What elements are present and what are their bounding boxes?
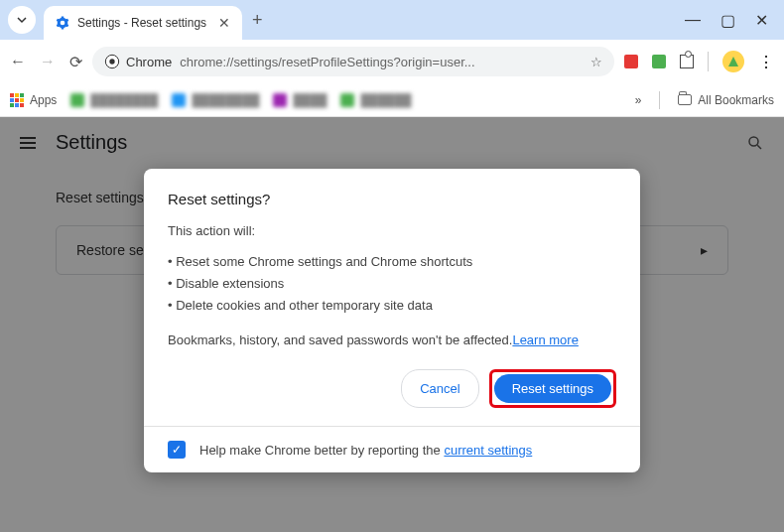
tab-search-button[interactable]	[8, 6, 36, 34]
bookmarks-overflow-button[interactable]: »	[635, 93, 642, 107]
report-checkbox[interactable]: ✓	[168, 441, 186, 459]
chrome-chip-label: Chrome	[126, 55, 172, 69]
bullet-item: • Disable extensions	[168, 273, 616, 295]
bookmarks-bar: Apps ████████ ████████ ████ ██████ » All…	[0, 83, 784, 117]
tab-strip: Settings - Reset settings ✕ + — ▢ ✕	[0, 0, 784, 40]
browser-menu-button[interactable]: ⋮	[758, 53, 774, 71]
apps-icon	[10, 93, 24, 107]
svg-point-1	[109, 59, 114, 64]
bookmark-item[interactable]: ████████	[70, 93, 158, 107]
chrome-icon	[104, 54, 120, 69]
separator	[708, 52, 709, 71]
browser-tab[interactable]: Settings - Reset settings ✕	[44, 6, 242, 40]
window-controls: — ▢ ✕	[685, 11, 776, 30]
chevron-down-icon	[16, 14, 28, 26]
bullet-item: • Reset some Chrome settings and Chrome …	[168, 251, 616, 273]
bookmark-item[interactable]: ██████	[340, 93, 411, 107]
current-settings-link[interactable]: current settings	[444, 443, 532, 458]
tab-title: Settings - Reset settings	[77, 16, 210, 30]
highlight-box: Reset settings	[489, 369, 616, 408]
extensions-button[interactable]	[680, 55, 694, 68]
new-tab-button[interactable]: +	[252, 10, 263, 31]
close-window-button[interactable]: ✕	[755, 11, 768, 30]
apps-shortcut[interactable]: Apps	[10, 93, 57, 107]
browser-toolbar: ← → ⟳ Chrome chrome://settings/resetProf…	[0, 40, 784, 83]
bookmark-item[interactable]: ████	[273, 93, 327, 107]
url-text: chrome://settings/resetProfileSettings?o…	[180, 55, 583, 69]
cancel-button[interactable]: Cancel	[401, 369, 478, 408]
dialog-intro: This action will:	[168, 221, 616, 241]
address-bar[interactable]: Chrome chrome://settings/resetProfileSet…	[92, 47, 614, 76]
all-bookmarks-button[interactable]: All Bookmarks	[678, 93, 774, 107]
bookmark-item[interactable]: ████████	[172, 93, 259, 107]
all-bookmarks-label: All Bookmarks	[698, 93, 774, 107]
dialog-footer: ✓ Help make Chrome better by reporting t…	[144, 426, 640, 472]
minimize-button[interactable]: —	[685, 11, 701, 30]
profile-button[interactable]	[722, 51, 744, 72]
extension-icon-2[interactable]	[652, 55, 666, 68]
folder-icon	[678, 94, 692, 105]
footer-text: Help make Chrome better by reporting the…	[199, 443, 532, 458]
learn-more-link[interactable]: Learn more	[512, 332, 578, 347]
dialog-note: Bookmarks, history, and saved passwords …	[168, 331, 616, 350]
back-button[interactable]: ←	[10, 53, 26, 70]
forward-button[interactable]: →	[40, 53, 56, 70]
maximize-button[interactable]: ▢	[720, 11, 735, 30]
bullet-item: • Delete cookies and other temporary sit…	[168, 295, 616, 317]
dialog-bullets: • Reset some Chrome settings and Chrome …	[168, 251, 616, 317]
tab-close-button[interactable]: ✕	[218, 15, 230, 31]
bookmark-star-button[interactable]: ☆	[590, 55, 602, 69]
reset-settings-dialog: Reset settings? This action will: • Rese…	[144, 169, 640, 472]
gear-icon	[56, 16, 69, 30]
separator	[659, 91, 660, 109]
dialog-title: Reset settings?	[168, 191, 616, 207]
extension-icon-1[interactable]	[624, 55, 638, 68]
site-chip: Chrome	[104, 54, 172, 69]
apps-label: Apps	[30, 93, 57, 107]
reset-settings-button[interactable]: Reset settings	[494, 374, 611, 403]
reload-button[interactable]: ⟳	[69, 53, 82, 71]
